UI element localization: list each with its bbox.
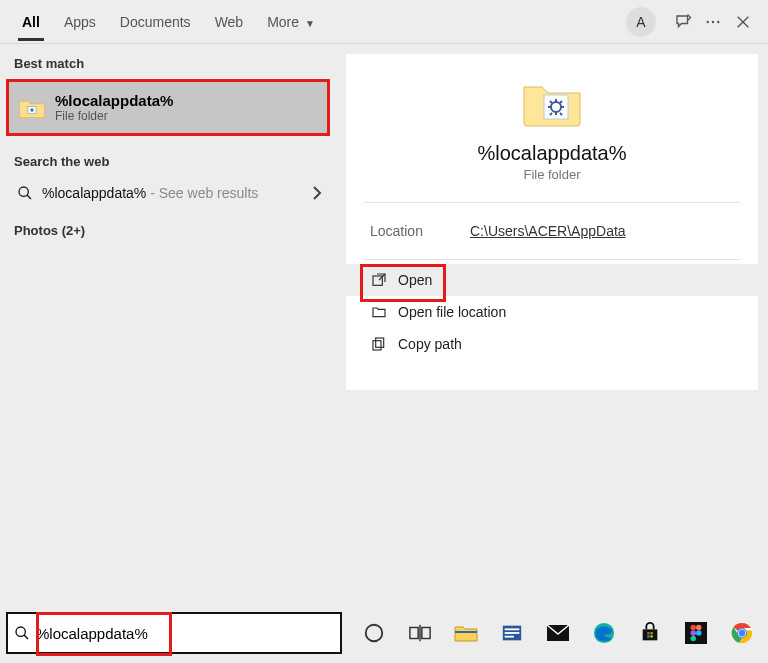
- tab-documents[interactable]: Documents: [108, 4, 203, 40]
- more-options-icon[interactable]: [698, 7, 728, 37]
- svg-point-33: [696, 625, 702, 631]
- svg-point-2: [717, 20, 719, 22]
- tab-more-label: More: [267, 14, 299, 30]
- svg-point-1: [712, 20, 714, 22]
- search-results-panel: Best match %localappdata% File folder Se…: [0, 44, 336, 603]
- svg-rect-12: [376, 338, 384, 347]
- taskbar-pinned-apps: [348, 619, 756, 647]
- search-icon: [8, 625, 36, 641]
- figma-icon[interactable]: [682, 619, 710, 647]
- cortana-icon[interactable]: [360, 619, 388, 647]
- action-open-file-location[interactable]: Open file location: [346, 296, 758, 328]
- search-tabs-bar: All Apps Documents Web More ▼ A: [0, 0, 768, 44]
- search-icon: [14, 185, 36, 201]
- taskbar-search-input[interactable]: [36, 614, 340, 652]
- action-open[interactable]: Open: [346, 264, 758, 296]
- tab-more[interactable]: More ▼: [255, 4, 327, 40]
- folder-icon: [17, 96, 47, 120]
- svg-point-40: [739, 630, 745, 636]
- action-open-file-location-label: Open file location: [398, 304, 506, 320]
- svg-point-36: [691, 636, 697, 642]
- action-list: Open Open file location Copy path: [346, 264, 758, 360]
- file-explorer-icon[interactable]: [452, 619, 480, 647]
- svg-rect-30: [650, 635, 652, 637]
- chevron-right-icon[interactable]: [312, 186, 322, 200]
- svg-rect-27: [647, 632, 649, 634]
- folder-large-icon: [520, 78, 584, 128]
- action-copy-path[interactable]: Copy path: [346, 328, 758, 360]
- svg-rect-20: [455, 631, 477, 633]
- tab-all[interactable]: All: [10, 4, 52, 40]
- highlight-box-best-match: %localappdata% File folder: [6, 79, 330, 136]
- location-label: Location: [370, 223, 470, 239]
- svg-rect-17: [410, 628, 418, 639]
- svg-line-8: [27, 195, 31, 199]
- svg-point-32: [691, 625, 697, 631]
- web-suffix: - See web results: [146, 185, 258, 201]
- action-open-label: Open: [398, 272, 432, 288]
- svg-point-34: [691, 630, 697, 636]
- task-view-icon[interactable]: [406, 619, 434, 647]
- search-web-text: %localappdata% - See web results: [42, 185, 312, 201]
- action-copy-path-label: Copy path: [398, 336, 462, 352]
- web-query: %localappdata%: [42, 185, 146, 201]
- close-icon[interactable]: [728, 7, 758, 37]
- svg-point-0: [707, 20, 709, 22]
- svg-rect-23: [505, 632, 520, 634]
- svg-point-6: [30, 108, 33, 111]
- best-match-heading: Best match: [0, 44, 336, 77]
- search-web-result[interactable]: %localappdata% - See web results: [0, 175, 336, 211]
- chevron-down-icon: ▼: [305, 18, 315, 29]
- svg-line-15: [24, 635, 28, 639]
- preview-title: %localappdata%: [346, 142, 758, 165]
- svg-rect-29: [647, 635, 649, 637]
- edge-icon[interactable]: [590, 619, 618, 647]
- preview-card: %localappdata% File folder Location C:\U…: [346, 54, 758, 390]
- user-avatar[interactable]: A: [626, 7, 656, 37]
- tab-web[interactable]: Web: [203, 4, 256, 40]
- location-row: Location C:\Users\ACER\AppData: [346, 203, 758, 259]
- folder-open-icon: [368, 304, 390, 320]
- taskbar: [0, 603, 768, 663]
- tab-apps[interactable]: Apps: [52, 4, 108, 40]
- search-web-heading: Search the web: [0, 142, 336, 175]
- svg-point-16: [366, 625, 383, 642]
- svg-rect-9: [544, 95, 568, 119]
- svg-rect-18: [422, 628, 430, 639]
- open-icon: [368, 272, 390, 288]
- svg-point-14: [16, 627, 25, 636]
- location-value[interactable]: C:\Users\ACER\AppData: [470, 223, 626, 239]
- svg-rect-22: [505, 628, 520, 630]
- word-icon[interactable]: [498, 619, 526, 647]
- svg-point-7: [19, 187, 28, 196]
- photos-heading[interactable]: Photos (2+): [0, 211, 336, 244]
- preview-panel: %localappdata% File folder Location C:\U…: [336, 44, 768, 603]
- feedback-icon[interactable]: [668, 7, 698, 37]
- best-match-title: %localappdata%: [55, 92, 173, 109]
- svg-rect-28: [650, 632, 652, 634]
- taskbar-search-container[interactable]: [6, 612, 342, 654]
- chrome-icon[interactable]: [728, 619, 756, 647]
- copy-icon: [368, 336, 390, 352]
- svg-rect-13: [373, 341, 381, 350]
- best-match-subtitle: File folder: [55, 109, 173, 123]
- microsoft-store-icon[interactable]: [636, 619, 664, 647]
- mail-icon[interactable]: [544, 619, 572, 647]
- preview-subtitle: File folder: [346, 167, 758, 182]
- svg-point-35: [696, 630, 702, 636]
- best-match-result[interactable]: %localappdata% File folder: [9, 82, 327, 133]
- svg-rect-24: [505, 636, 514, 638]
